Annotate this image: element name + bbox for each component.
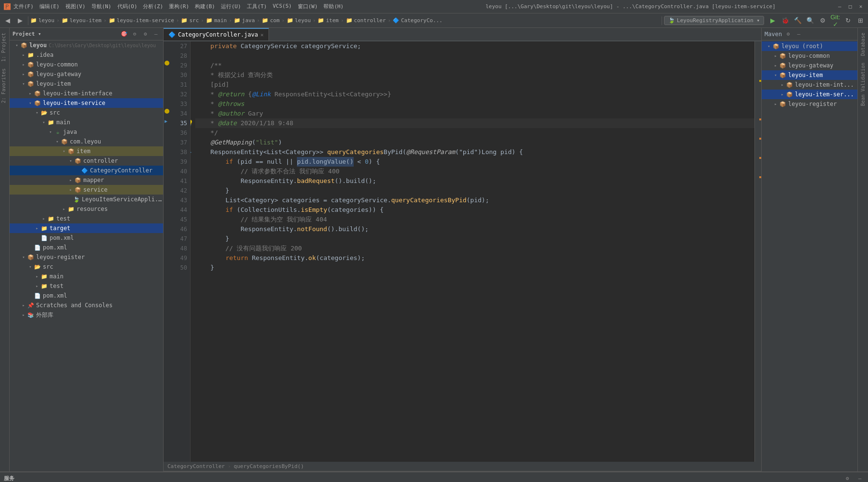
service-collapse-button[interactable]: — xyxy=(855,474,864,482)
maven-item-leyou-gateway[interactable]: 📦 leyou-gateway xyxy=(762,61,857,70)
tree-item-app[interactable]: 🍃 LeyouItemServiceAppli... xyxy=(10,195,163,204)
tree-item-leyou-gateway[interactable]: 📦 leyou-gateway xyxy=(10,69,163,79)
database-tab[interactable]: Database xyxy=(859,30,867,59)
code-line-49: return ResponseEntity.ok(categories); xyxy=(195,253,754,263)
tree-item-leyou-item-service[interactable]: 📦 leyou-item-service xyxy=(10,98,163,108)
folder-icon: 🔷 xyxy=(393,17,399,24)
debug-button[interactable]: 🐞 xyxy=(779,15,791,26)
breadcrumb-com[interactable]: 📁 com xyxy=(262,17,280,24)
tree-item-item[interactable]: 📦 item xyxy=(10,146,163,156)
forward-button[interactable]: ▶ xyxy=(14,15,26,26)
maven-item-leyou-common[interactable]: 📦 leyou-common xyxy=(762,51,857,61)
menu-analyze[interactable]: 分析(Z) xyxy=(143,3,163,10)
vcs-update[interactable]: ↻ xyxy=(842,15,854,26)
tree-item-leyou[interactable]: 📦 leyou C:\Users\Gary\Desktop\git\leyou\… xyxy=(10,40,163,50)
menu-vcs[interactable]: VCS(S) xyxy=(273,3,292,10)
tree-item-idea[interactable]: 📁 .idea xyxy=(10,50,163,60)
maven-item-leyou-item[interactable]: 📦 leyou-item xyxy=(762,70,857,80)
tree-item-resources[interactable]: 📁 resources xyxy=(10,204,163,214)
menu-tools[interactable]: 工具(T) xyxy=(247,3,267,10)
breadcrumb-leyou[interactable]: 📁 leyou xyxy=(30,17,54,24)
maven-item-leyou-root[interactable]: 📦 leyou (root) xyxy=(762,41,857,51)
tree-item-leyou-item[interactable]: 📦 leyou-item xyxy=(10,79,163,89)
menu-refactor[interactable]: 重构(R) xyxy=(169,3,189,10)
tree-item-leyou-register[interactable]: 📦 leyou-register xyxy=(10,252,163,262)
tree-item-main2[interactable]: 📁 main xyxy=(10,272,163,281)
tree-item-src[interactable]: 📂 src xyxy=(10,108,163,117)
tree-item-category-controller[interactable]: 🔷 CategoryController xyxy=(10,166,163,175)
maven-item-leyou-item-service[interactable]: 📦 leyou-item-ser... xyxy=(762,90,857,99)
tree-item-external[interactable]: 📚 外部库 xyxy=(10,310,163,320)
breadcrumb-leyou-item[interactable]: 📁 leyou-item xyxy=(62,17,102,24)
service-settings-button[interactable]: ⚙ xyxy=(843,474,852,482)
tree-item-main[interactable]: 📁 main xyxy=(10,117,163,127)
code-area[interactable]: private CategoryService categoryService;… xyxy=(191,41,754,462)
maximize-button[interactable]: □ xyxy=(847,3,854,10)
run-button[interactable]: ▶ xyxy=(767,15,779,26)
tree-item-scratches[interactable]: 📌 Scratches and Consoles xyxy=(10,300,163,310)
bean-validation-tab[interactable]: Bean Validation xyxy=(859,60,867,109)
menu-build[interactable]: 构建(B) xyxy=(195,3,215,10)
tree-item-service[interactable]: 📦 service xyxy=(10,185,163,195)
menu-run[interactable]: 运行(U) xyxy=(221,3,241,10)
collapse-all-button[interactable]: ⊖ xyxy=(130,30,139,39)
breadcrumb-src[interactable]: 📁 src xyxy=(181,17,199,24)
menu-file[interactable]: 文件(F) xyxy=(13,3,34,10)
tree-label: leyou-gateway xyxy=(36,71,81,78)
tree-item-leyou-item-interface[interactable]: 📦 leyou-item-interface xyxy=(10,89,163,98)
editor-scrollbar[interactable] xyxy=(754,41,761,462)
tab-close-button[interactable]: ✕ xyxy=(260,32,264,38)
menu-nav[interactable]: 导航(N) xyxy=(91,3,112,10)
favorites-tab[interactable]: 2: Favorites xyxy=(0,65,9,106)
maven-item-leyou-register[interactable]: 📦 leyou-register xyxy=(762,99,857,109)
breadcrumb-java[interactable]: 📁 java xyxy=(234,17,255,24)
search-everywhere[interactable]: 🔍 xyxy=(804,15,816,26)
tree-item-pom1[interactable]: 📄 pom.xml xyxy=(10,233,163,243)
back-button[interactable]: ◀ xyxy=(2,15,13,26)
maven-settings-button[interactable]: ⚙ xyxy=(784,30,792,39)
breadcrumb-file[interactable]: 🔷 CategoryCo... xyxy=(393,17,442,24)
build-button[interactable]: 🔨 xyxy=(792,15,804,26)
breadcrumb-leyou2[interactable]: 📁 leyou xyxy=(287,17,311,24)
menu-help[interactable]: 帮助(H) xyxy=(323,3,344,10)
layout-button[interactable]: ⊞ xyxy=(855,15,866,26)
expand-arrow[interactable]: ▶ xyxy=(191,147,191,157)
tree-item-test[interactable]: 📁 test xyxy=(10,214,163,223)
tree-item-leyou-common[interactable]: 📦 leyou-common xyxy=(10,60,163,69)
structure-tab[interactable]: 1: Project xyxy=(0,30,9,65)
tree-item-com-leyou[interactable]: 📦 com.leyou xyxy=(10,137,163,146)
settings-button[interactable]: ⚙ xyxy=(817,15,829,26)
tree-item-java[interactable]: ☕ java xyxy=(10,127,163,137)
maven-item-leyou-item-interface[interactable]: 📦 leyou-item-int... xyxy=(762,80,857,90)
breadcrumb-leyou-item-service[interactable]: 📁 leyou-item-service xyxy=(109,17,174,24)
minimize-button[interactable]: — xyxy=(836,3,843,10)
tree-item-controller[interactable]: 📦 controller xyxy=(10,156,163,166)
tree-item-pom3[interactable]: 📄 pom.xml xyxy=(10,291,163,300)
breadcrumb-bar: 📁 leyou › 📁 leyou-item › 📁 leyou-item-se… xyxy=(30,17,660,24)
locate-button[interactable]: 🎯 xyxy=(120,30,128,39)
tree-item-pom2[interactable]: 📄 pom.xml xyxy=(10,243,163,252)
tree-label: mapper xyxy=(83,177,104,183)
tree-item-test2[interactable]: 📁 test xyxy=(10,281,163,291)
settings-project-button[interactable]: ⚙ xyxy=(141,30,150,39)
bc-class[interactable]: CategoryController xyxy=(167,463,225,469)
close-button[interactable]: ✕ xyxy=(857,3,864,10)
breadcrumb-controller[interactable]: 📁 controller xyxy=(346,17,386,24)
tree-item-src2[interactable]: 📂 src xyxy=(10,262,163,272)
folder-icon: 📁 xyxy=(30,17,37,24)
git-status[interactable]: Git: ✓ xyxy=(830,15,841,26)
bulb-icon[interactable]: 💡 xyxy=(191,118,193,128)
tree-item-target[interactable]: 📁 target xyxy=(10,223,163,233)
tree-item-mapper[interactable]: 📦 mapper xyxy=(10,175,163,185)
menu-edit[interactable]: 编辑(E) xyxy=(39,3,60,10)
tab-category-controller[interactable]: 🔷 CategoryController.java ✕ xyxy=(164,28,269,40)
menu-view[interactable]: 视图(V) xyxy=(65,3,86,10)
menu-window[interactable]: 窗口(W) xyxy=(298,3,318,10)
close-project-panel-button[interactable]: — xyxy=(152,30,160,39)
bc-method[interactable]: queryCategoriesByPid() xyxy=(234,463,304,469)
menu-code[interactable]: 代码(O) xyxy=(117,3,138,10)
breadcrumb-item[interactable]: 📁 item xyxy=(318,17,339,24)
maven-collapse-button[interactable]: — xyxy=(794,30,803,39)
run-config-selector[interactable]: 🍃 LeyouRegistryApplication ▾ xyxy=(664,16,764,25)
breadcrumb-main[interactable]: 📁 main xyxy=(206,17,227,24)
